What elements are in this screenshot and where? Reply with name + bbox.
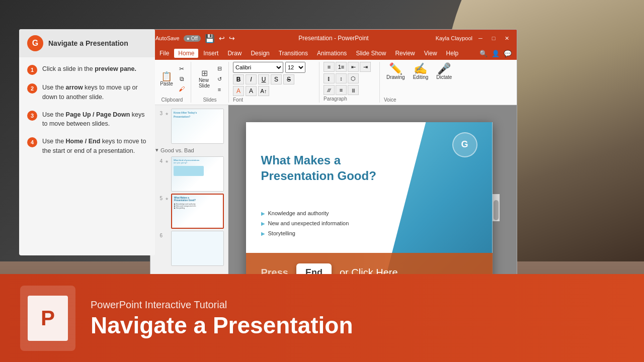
slide-logo: G xyxy=(452,132,477,157)
scroll-thumb[interactable] xyxy=(494,200,499,220)
slides-label: Slides xyxy=(203,97,216,103)
editing-label: Editing xyxy=(413,74,429,80)
tutorial-steps: 1 Click a slide in the preview pane. 2 U… xyxy=(19,57,155,171)
menu-review[interactable]: Review xyxy=(391,49,419,58)
font-size-select[interactable]: 12 xyxy=(285,62,305,73)
ribbon: 📋 Paste ✂ ⧉ 🖌 Cl xyxy=(150,60,517,105)
direction-button[interactable]: ↕ xyxy=(336,73,347,83)
menu-design[interactable]: Design xyxy=(247,49,273,58)
slide-thumbnail-5[interactable]: 5 ★ What Makes a Presentation Good? ▶ Kn… xyxy=(150,193,228,230)
undo-icon[interactable]: ↩ xyxy=(219,34,225,42)
tutorial-logo: G xyxy=(27,35,43,51)
slide-star-3: ★ xyxy=(165,112,169,116)
editing-button[interactable]: ✍️ Editing xyxy=(411,62,431,81)
title-bar: AutoSave ● Off 💾 ↩ ↪ Presentation - Powe… xyxy=(150,30,517,47)
bullet-text-3: Storytelling xyxy=(268,230,295,236)
layout-button[interactable]: ⊟ xyxy=(214,64,224,73)
slide-star-5: ★ xyxy=(165,197,169,201)
section-button[interactable]: ≡ xyxy=(214,85,224,94)
menu-slideshow[interactable]: Slide Show xyxy=(352,49,390,58)
reset-button[interactable]: ↺ xyxy=(214,74,224,84)
branding-bar: P PowerPoint Interactive Tutorial Naviga… xyxy=(0,274,644,362)
bullet-arrow-2: ▶ xyxy=(261,221,265,226)
section-header-good-vs-bad: ▾ Good vs. Bad xyxy=(150,145,228,155)
font-family-select[interactable]: Calibri xyxy=(233,62,283,73)
cut-button[interactable]: ✂ xyxy=(177,64,187,73)
new-slide-icon: ⊞ xyxy=(201,69,208,77)
columns-button[interactable]: ⫿ xyxy=(324,73,335,83)
slide-num-3: 3 xyxy=(154,111,163,116)
search-icon[interactable]: 🔍 xyxy=(479,50,488,57)
menu-home[interactable]: Home xyxy=(174,49,198,58)
slide-thumb-content-3: Know After Today's Presentation? xyxy=(172,109,223,143)
bold-button[interactable]: B xyxy=(233,74,244,84)
share-icon[interactable]: 👤 xyxy=(492,50,500,57)
drawing-label: Drawing xyxy=(386,74,405,80)
numbering-button[interactable]: 1≡ xyxy=(336,62,347,72)
new-slide-button[interactable]: ⊞ NewSlide xyxy=(195,68,213,90)
font-color-button[interactable]: A xyxy=(233,86,244,96)
format-painter-button[interactable]: 🖌 xyxy=(177,84,187,94)
ribbon-group-font: Calibri 12 B I U S S A xyxy=(229,62,319,103)
ribbon-content: 📋 Paste ✂ ⧉ 🖌 Cl xyxy=(150,60,517,105)
italic-button[interactable]: I xyxy=(246,74,257,84)
menu-insert[interactable]: Insert xyxy=(199,49,222,58)
menu-help[interactable]: Help xyxy=(442,49,463,58)
slide-bullet-3: ▶ Storytelling xyxy=(261,230,402,236)
title-bar-left: AutoSave ● Off 💾 ↩ ↪ xyxy=(155,34,245,43)
slide-title: What Makes a Presentation Good? xyxy=(261,152,392,184)
step-1-number: 1 xyxy=(27,65,37,75)
window-title: Presentation - PowerPoint xyxy=(298,35,368,42)
underline-button[interactable]: U xyxy=(258,74,269,84)
slide-thumb-3[interactable]: Know After Today's Presentation? xyxy=(171,109,224,144)
slide-thumbnail-4[interactable]: 4 ★ What kind of presentations are you g… xyxy=(150,155,228,193)
bullet-arrow-3: ▶ xyxy=(261,231,265,236)
slide-thumbnail-6[interactable]: 6 xyxy=(150,230,228,267)
slide-thumb-content-6 xyxy=(172,231,223,265)
slide-thumb-4[interactable]: What kind of presentations are you givin… xyxy=(171,156,224,192)
save-icon[interactable]: 💾 xyxy=(205,34,215,43)
section-collapse-icon[interactable]: ▾ xyxy=(155,147,158,153)
step-4-text: Use the Home / End keys to move to the s… xyxy=(42,137,147,156)
slide-thumbnail-3[interactable]: 3 ★ Know After Today's Presentation? xyxy=(150,108,228,145)
slide-scrollbar[interactable] xyxy=(493,194,500,221)
editing-icon: ✍️ xyxy=(414,63,427,74)
align-right-button[interactable]: ⫼ xyxy=(348,85,359,95)
align-left-button[interactable]: ⫻ xyxy=(324,85,335,95)
slide-canvas[interactable]: G What Makes a Presentation Good? ▶ Know… xyxy=(246,122,493,293)
step-2-text: Use the arrow keys to move up or down to… xyxy=(42,83,147,102)
slide-thumb-5[interactable]: What Makes a Presentation Good? ▶ Knowle… xyxy=(171,194,224,229)
autosave-toggle[interactable]: ● Off xyxy=(184,35,201,42)
align-center-button[interactable]: ≡ xyxy=(336,85,347,95)
font-size-up-button[interactable]: A↑ xyxy=(258,86,269,96)
maximize-button[interactable]: □ xyxy=(489,33,499,43)
redo-icon[interactable]: ↪ xyxy=(229,34,235,42)
highlight-button[interactable]: A xyxy=(246,86,257,96)
close-button[interactable]: ✕ xyxy=(502,33,512,43)
bullet-arrow-1: ▶ xyxy=(261,211,265,216)
menu-file[interactable]: File xyxy=(155,49,173,58)
branding-subtitle: PowerPoint Interactive Tutorial xyxy=(91,299,353,311)
increase-indent-button[interactable]: ⇥ xyxy=(360,62,371,72)
copy-button[interactable]: ⧉ xyxy=(177,74,187,83)
paste-button[interactable]: 📋 Paste xyxy=(157,70,176,88)
menu-draw[interactable]: Draw xyxy=(223,49,246,58)
bullets-button[interactable]: ≡ xyxy=(324,62,335,72)
dictate-button[interactable]: 🎤 Dictate xyxy=(434,62,454,81)
slide-thumb-6[interactable] xyxy=(171,231,224,266)
menu-animations[interactable]: Animations xyxy=(313,49,351,58)
convert-smartart[interactable]: ⬡ xyxy=(348,73,359,83)
cut-icon: ✂ xyxy=(179,65,184,72)
menu-view[interactable]: View xyxy=(420,49,441,58)
strikethrough-button[interactable]: S xyxy=(283,74,294,84)
drawing-button[interactable]: ✏️ Drawing xyxy=(384,62,408,81)
menu-transitions[interactable]: Transitions xyxy=(275,49,312,58)
shadow-button[interactable]: S xyxy=(271,74,282,84)
ribbon-group-clipboard: 📋 Paste ✂ ⧉ 🖌 Cl xyxy=(153,62,191,103)
user-name: Kayla Claypool xyxy=(436,35,472,41)
step-4: 4 Use the Home / End keys to move to the… xyxy=(27,137,147,156)
decrease-indent-button[interactable]: ⇤ xyxy=(348,62,359,72)
slide-bullets: ▶ Knowledge and authority ▶ New and unex… xyxy=(261,210,402,240)
comment-icon[interactable]: 💬 xyxy=(504,50,512,57)
minimize-button[interactable]: ─ xyxy=(475,33,486,43)
